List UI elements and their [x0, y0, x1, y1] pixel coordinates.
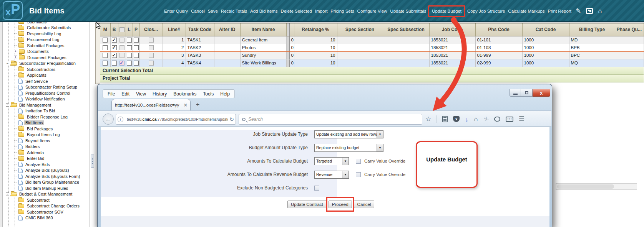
sidebar-item-collaborator-submittals[interactable]: Collaborator Submittals [3, 25, 90, 31]
row-checkbox[interactable] [127, 45, 132, 50]
cell-cat-code[interactable]: 1000 [522, 59, 569, 67]
cell-cat-code[interactable]: 1000 [522, 36, 569, 44]
cell-alter[interactable] [214, 51, 240, 59]
home-icon[interactable]: ⌂ [598, 8, 602, 14]
row-checkbox[interactable] [112, 45, 117, 50]
sidebar-item-analyze-bids[interactable]: Analyze Bids [3, 161, 90, 168]
cell-line[interactable]: 2 [163, 44, 186, 51]
edit-report-icon[interactable]: ✎ [576, 8, 581, 14]
cell-phase-qu[interactable] [615, 51, 644, 59]
pocket-icon[interactable]: ∨ [453, 116, 460, 122]
cell-cat-code[interactable]: 1000 [522, 44, 569, 51]
row-checkbox[interactable] [103, 61, 108, 66]
sidebar-item-buyout-items-log[interactable]: Buyout Items Log [3, 132, 90, 138]
column-header-item-name[interactable]: Item Name [240, 23, 286, 36]
row-checkbox[interactable] [112, 53, 117, 58]
sidebar-item-analyze-bids-buyouts-form[interactable]: Analyze Bids (Buyouts Form) [3, 173, 90, 179]
proceed-button[interactable]: Proceed [329, 201, 352, 208]
cell-retainage[interactable]: 10 [294, 44, 337, 51]
column-header-phase-qu[interactable]: Phase Qu... [615, 23, 644, 36]
splitter-grip-icon[interactable] [91, 155, 94, 168]
cell-retainage[interactable]: 10 [294, 59, 337, 67]
toolbar-item-delete-selected[interactable]: Delete Selected [280, 8, 313, 14]
chat-bubble-icon[interactable] [494, 117, 500, 122]
restore-button[interactable] [521, 89, 533, 97]
cell-phase-qu[interactable] [615, 59, 644, 67]
sidebar-item-addenda[interactable]: Addenda [3, 150, 90, 156]
chevron-down-icon[interactable]: ▼ [342, 158, 349, 165]
cell-phs-code[interactable]: 01-101 [475, 36, 522, 44]
sidebar-item-applicants[interactable]: Applicants [3, 72, 90, 79]
table-row[interactable]: 4TASK4Site Work Billings010185302102-999… [100, 59, 644, 67]
sidebar-item-budget-cost-management[interactable]: −Budget & Cost Management [3, 191, 90, 197]
budget-amount-update-type-select[interactable]: Replace existing budget ▼ [314, 144, 383, 152]
scroll-up-icon[interactable]: ▲ [96, 24, 100, 28]
column-header-job-code[interactable]: Job Code [429, 23, 475, 36]
column-header-billing-type[interactable]: Billing Type [569, 23, 615, 36]
cell-line[interactable]: 3 [163, 51, 186, 59]
sidebar-item-subcontractor-rating-setup[interactable]: Subcontractor Rating Setup [3, 84, 90, 90]
chevron-down-icon[interactable]: ▼ [342, 171, 349, 178]
sidebar-item-analyze-bids-buyouts[interactable]: Analyze Bids (Buyouts) [3, 168, 90, 174]
cell-cat-code[interactable]: 1000 [522, 51, 569, 59]
column-header-cat-code[interactable]: Cat Code [522, 23, 569, 36]
sidebar-item-bid-packages[interactable]: Bid Packages [3, 126, 90, 132]
column-header-m[interactable]: M [100, 23, 110, 36]
sidebar-splitter[interactable] [90, 22, 95, 227]
toolbar-item-import[interactable]: Import [314, 8, 329, 14]
column-header-l[interactable]: L [126, 23, 133, 36]
sidebar-item-subcontractor-prequalification[interactable]: −Subcontractor Prequalification [3, 61, 90, 67]
back-icon[interactable]: ← [103, 114, 114, 125]
toolbar-item-cancel[interactable]: Cancel [190, 8, 206, 14]
cell-spec-section[interactable] [337, 59, 383, 67]
carry-value-override-checkbox[interactable] [356, 159, 361, 164]
sidebar-item-responsibility-log[interactable]: Responsibility Log [3, 31, 90, 37]
row-checkbox[interactable] [127, 38, 132, 43]
cell-spec-subsection[interactable] [383, 59, 429, 67]
site-info-icon[interactable]: i [118, 117, 123, 122]
cell-spec-subsection[interactable] [383, 36, 429, 44]
amounts-to-calculate-revenue-budget-select[interactable]: Revenue ▼ [314, 171, 349, 179]
close-button[interactable]: x [533, 89, 550, 97]
table-row[interactable]: 1TASK1General Item010185302101-1011000MD [100, 36, 644, 44]
column-header-11[interactable] [289, 23, 294, 36]
row-checkbox[interactable] [134, 61, 139, 66]
row-checkbox[interactable] [134, 53, 139, 58]
sidebar-item-subcontract[interactable]: Subcontract [3, 197, 90, 203]
url-text[interactable]: test4v10.cmic.ca:7785/cmicpretestv10x/Pm… [127, 117, 228, 122]
browser-tab[interactable]: http://test4v10...oxesFieldsec=yy × [111, 99, 191, 110]
cell-qty[interactable]: 0 [289, 51, 294, 59]
minimize-button[interactable] [510, 89, 521, 97]
cell-billing-type[interactable]: MD [569, 36, 615, 44]
sidebar-item-submittals[interactable]: Submittals [3, 22, 90, 25]
toolbar-item-calculate-markups[interactable]: Calculate Markups [507, 8, 546, 14]
sidebar-item-bidders[interactable]: Bidders [3, 144, 90, 150]
cell-phs-code[interactable]: 01-103 [475, 44, 522, 51]
cell-phase-qu[interactable] [615, 44, 644, 51]
cell-alter[interactable] [214, 44, 240, 51]
row-checkbox[interactable] [134, 38, 139, 43]
row-checkbox[interactable] [112, 38, 117, 43]
menu-bookmarks[interactable]: Bookmarks [173, 91, 196, 97]
scrollbar-thumb[interactable] [557, 184, 614, 189]
cell-item[interactable]: General Item [240, 36, 286, 44]
cell-task[interactable]: TASK4 [186, 59, 214, 67]
sidebar-item-workflow-notification[interactable]: Workflow Notification [3, 96, 90, 102]
home-icon[interactable]: ⌂ [474, 116, 478, 122]
menu-edit[interactable]: Edit [121, 91, 129, 97]
cell-spec-subsection[interactable] [383, 51, 429, 59]
collapse-icon[interactable]: − [6, 192, 9, 196]
table-row[interactable]: 3TASK3Sundry010185302101-9991000BPC [100, 51, 644, 59]
bookmarks-list-icon[interactable] [442, 116, 448, 122]
more-actions-icon[interactable]: ⋯ [506, 117, 513, 122]
update-contract-button[interactable]: Update Contract [287, 201, 327, 208]
column-header-spec-subsection[interactable]: Spec Subsection [383, 23, 429, 36]
cell-phs-code[interactable]: 01-999 [475, 51, 522, 59]
row-checkbox[interactable] [134, 45, 139, 50]
cell-billing-type[interactable]: MQ [569, 59, 615, 67]
row-checkbox[interactable] [103, 38, 108, 43]
toolbar-item-update-budget[interactable]: Update Budget [428, 5, 465, 17]
cell-qty[interactable]: 0 [289, 36, 294, 44]
toolbar-item-recalc-totals[interactable]: Recalc Totals [220, 8, 248, 14]
sidebar-item-self-service[interactable]: Self Service [3, 78, 90, 84]
